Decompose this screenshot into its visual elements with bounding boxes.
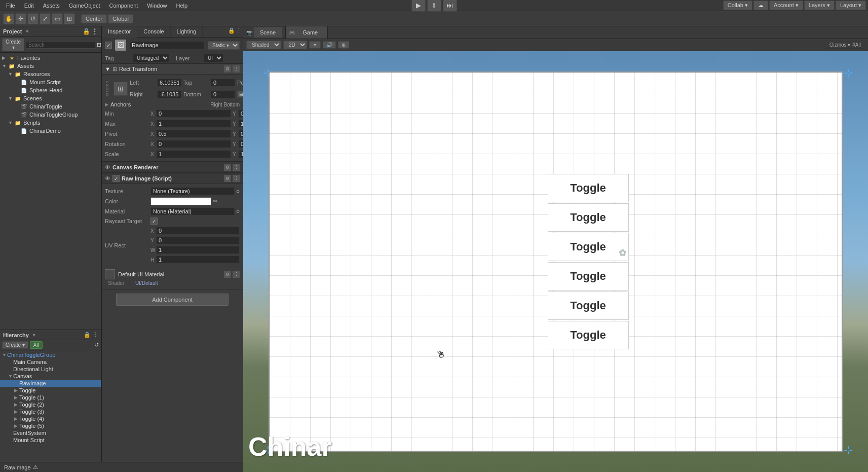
menu-file[interactable]: File bbox=[2, 2, 19, 10]
anchor-max-x[interactable] bbox=[156, 120, 231, 128]
inspector-lock-icon[interactable]: 🔒 bbox=[228, 27, 235, 36]
hier-mountscript[interactable]: Mount Script bbox=[0, 437, 101, 444]
material-picker-icon[interactable]: ○ bbox=[236, 208, 240, 215]
tree-chinartoggle[interactable]: 🎬 ChinarToggle bbox=[0, 102, 101, 111]
raw-image-settings[interactable]: ⚙ bbox=[224, 175, 231, 182]
right-field[interactable] bbox=[157, 90, 181, 98]
transform-tool[interactable]: ⊞ bbox=[64, 13, 75, 24]
uv-h[interactable] bbox=[156, 256, 240, 264]
scale-tool[interactable]: ⤢ bbox=[40, 13, 51, 24]
project-create-button[interactable]: Create ▾ bbox=[2, 38, 24, 51]
add-component-button[interactable]: Add Component bbox=[116, 294, 229, 306]
gizmos-label[interactable]: Gizmos ▾ bbox=[829, 42, 851, 48]
hier-canvas[interactable]: ▼ Canvas bbox=[0, 373, 101, 380]
color-swatch[interactable] bbox=[150, 197, 211, 205]
hierarchy-more-icon[interactable]: ⋮ bbox=[92, 332, 98, 338]
anchor-max-y[interactable] bbox=[238, 120, 243, 128]
cloud-button[interactable]: ☁ bbox=[753, 1, 768, 10]
tab-game[interactable]: Game bbox=[296, 27, 324, 38]
static-dropdown[interactable]: Static ▾ bbox=[208, 41, 240, 50]
tree-mountscript[interactable]: 📄 Mount Script bbox=[0, 78, 101, 86]
hand-tool[interactable]: ✋ bbox=[3, 13, 14, 24]
rect-transform-header[interactable]: ▼ ⊞ Rect Transform ⚙ ⋮ bbox=[102, 64, 243, 75]
rect-transform-settings[interactable]: ⚙ bbox=[224, 65, 231, 72]
texture-picker-icon[interactable]: ○ bbox=[236, 188, 240, 195]
mode-dropdown[interactable]: 2D bbox=[283, 41, 307, 49]
rect-tool[interactable]: ▭ bbox=[52, 13, 63, 24]
account-button[interactable]: Account ▾ bbox=[769, 1, 803, 10]
rot-y[interactable] bbox=[238, 140, 243, 148]
hierarchy-refresh-icon[interactable]: ↺ bbox=[94, 342, 99, 348]
layers-button[interactable]: Layers ▾ bbox=[804, 1, 835, 10]
canvas-renderer-more[interactable]: ⋮ bbox=[233, 164, 240, 171]
menu-gameobject[interactable]: GameObject bbox=[65, 2, 104, 10]
top-field[interactable] bbox=[211, 79, 235, 87]
hier-rawimage[interactable]: RawImage bbox=[0, 380, 101, 387]
project-search-input[interactable] bbox=[26, 41, 95, 49]
pivot-y[interactable] bbox=[238, 130, 243, 138]
corner-tr[interactable]: ⊹ bbox=[844, 66, 853, 80]
canvas-renderer-settings[interactable]: ⚙ bbox=[224, 164, 231, 171]
center-button[interactable]: Center bbox=[81, 14, 107, 23]
hier-toggle4[interactable]: ▶ Toggle (4) bbox=[0, 415, 101, 422]
tree-resources[interactable]: ▼ 📁 Resources bbox=[0, 70, 101, 78]
hier-toggle2[interactable]: ▶ Toggle (2) bbox=[0, 401, 101, 408]
hier-toggle3[interactable]: ▶ Toggle (3) bbox=[0, 408, 101, 415]
material-swatch[interactable] bbox=[105, 269, 115, 279]
object-active-checkbox[interactable]: ✓ bbox=[105, 42, 112, 49]
scale-x[interactable] bbox=[156, 150, 231, 158]
menu-edit[interactable]: Edit bbox=[20, 2, 38, 10]
effects-toggle[interactable]: ⊕ bbox=[338, 41, 349, 49]
hier-directionallight[interactable]: Directional Light bbox=[0, 366, 101, 373]
uv-x[interactable] bbox=[156, 227, 240, 235]
step-button[interactable]: ⏭ bbox=[443, 0, 457, 12]
project-lock-icon[interactable]: 🔒 bbox=[83, 28, 90, 35]
raw-image-script-header[interactable]: 👁 ✓ Raw Image (Script) ⚙ ⋮ bbox=[102, 173, 243, 184]
raw-image-active-checkbox[interactable]: ✓ bbox=[112, 175, 120, 182]
tree-assets[interactable]: ▼ 📁 Assets bbox=[0, 62, 101, 70]
tree-chinartogglegroup[interactable]: 🎬 ChinarToggleGroup bbox=[0, 111, 101, 119]
material-settings[interactable]: ⚙ bbox=[224, 271, 231, 278]
tab-inspector[interactable]: Inspector bbox=[102, 26, 137, 38]
tree-scripts[interactable]: ▼ 📁 Scripts bbox=[0, 119, 101, 127]
tree-spherehead[interactable]: 📄 Sphere-Head bbox=[0, 86, 101, 94]
texture-field[interactable] bbox=[150, 187, 235, 195]
layout-button[interactable]: Layout ▾ bbox=[836, 1, 866, 10]
hier-toggle5[interactable]: ▶ Toggle (5) bbox=[0, 422, 101, 429]
menu-component[interactable]: Component bbox=[105, 2, 142, 10]
toggle-btn-2[interactable]: Toggle ✿ bbox=[548, 233, 629, 261]
color-picker-icon[interactable]: ✏ bbox=[213, 198, 218, 205]
lighting-toggle[interactable]: ☀ bbox=[309, 41, 321, 49]
toggle-btn-5[interactable]: Toggle bbox=[548, 321, 629, 349]
blueprint-button[interactable]: ⊞ bbox=[237, 91, 243, 98]
toggle-btn-0[interactable]: Toggle bbox=[548, 174, 629, 202]
hier-chinartogglegroup[interactable]: ▼ ChinarToggleGroup bbox=[0, 351, 101, 358]
hierarchy-lock-icon[interactable]: 🔒 bbox=[84, 332, 91, 338]
pause-button[interactable]: ⏸ bbox=[427, 0, 441, 12]
hierarchy-create-button[interactable]: Create ▾ bbox=[2, 341, 28, 349]
anchor-min-y[interactable] bbox=[238, 110, 243, 118]
anchor-preset-button[interactable]: ⊞ bbox=[114, 82, 128, 96]
tab-scene[interactable]: Scene bbox=[254, 27, 282, 38]
raw-image-more[interactable]: ⋮ bbox=[233, 175, 240, 182]
tree-scenes[interactable]: ▼ 📁 Scenes bbox=[0, 94, 101, 102]
inspector-more-icon[interactable]: ⋮ bbox=[236, 27, 242, 36]
project-more-icon[interactable]: ⋮ bbox=[92, 28, 98, 35]
toggle-btn-1[interactable]: Toggle bbox=[548, 203, 629, 232]
hier-maincamera[interactable]: Main Camera bbox=[0, 358, 101, 366]
global-button[interactable]: Global bbox=[108, 14, 133, 23]
menu-window[interactable]: Window bbox=[143, 2, 171, 10]
material-field[interactable] bbox=[150, 207, 235, 215]
hier-toggle1[interactable]: ▶ Toggle (1) bbox=[0, 394, 101, 401]
corner-br[interactable]: ⊹ bbox=[844, 444, 853, 457]
rot-x[interactable] bbox=[156, 140, 231, 148]
toggle-btn-3[interactable]: Toggle bbox=[548, 262, 629, 291]
project-view-toggle[interactable]: ⊟ bbox=[97, 42, 101, 48]
left-field[interactable] bbox=[157, 79, 181, 87]
bottom-field[interactable] bbox=[211, 90, 235, 98]
rotate-tool[interactable]: ↺ bbox=[27, 13, 39, 24]
raycast-checkbox[interactable]: ✓ bbox=[150, 217, 158, 225]
uv-y[interactable] bbox=[156, 236, 240, 244]
anchor-min-x[interactable] bbox=[156, 110, 231, 118]
menu-assets[interactable]: Assets bbox=[39, 2, 64, 10]
